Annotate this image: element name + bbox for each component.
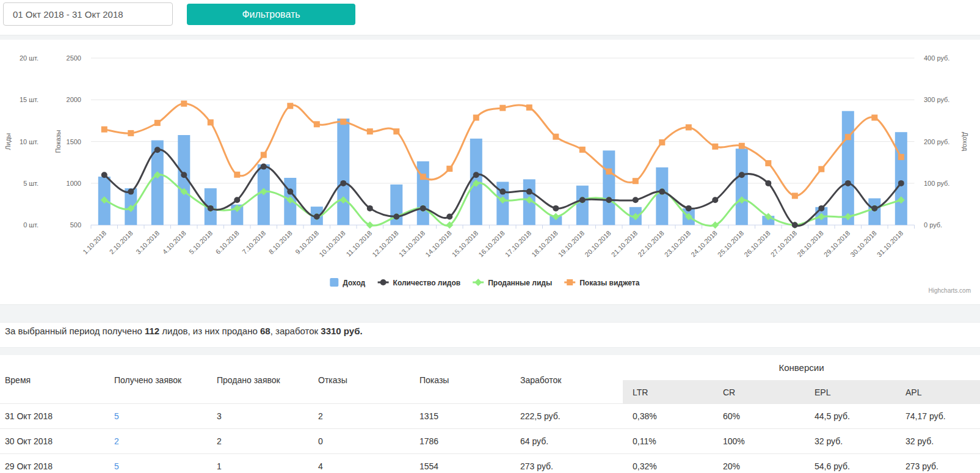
leads-received-marker[interactable] xyxy=(818,205,824,211)
leads-received-marker[interactable] xyxy=(845,180,851,186)
cell-shows: 1786 xyxy=(419,429,438,453)
leads-received-marker[interactable] xyxy=(579,197,586,203)
leads-received-marker[interactable] xyxy=(446,214,452,220)
summary-part: , заработок xyxy=(270,326,321,336)
widget-shows-marker[interactable] xyxy=(845,134,851,140)
leads-received-marker[interactable] xyxy=(420,205,426,211)
leads-received-marker[interactable] xyxy=(340,180,346,186)
widget-shows-marker[interactable] xyxy=(686,124,692,130)
leads-received-marker[interactable] xyxy=(234,197,240,203)
widget-shows-marker[interactable] xyxy=(526,105,532,111)
revenue-bar[interactable] xyxy=(576,186,589,226)
legend-item-revenue[interactable]: Доход xyxy=(343,279,365,287)
leads-received-marker[interactable] xyxy=(898,180,904,186)
x-axis-label: 12.10.2018 xyxy=(371,229,399,258)
x-axis-label: 13.10.2018 xyxy=(397,229,426,258)
leads-received-marker[interactable] xyxy=(765,180,771,186)
highcharts-credit-link[interactable]: Highcharts.com xyxy=(929,287,971,294)
revenue-bar[interactable] xyxy=(736,148,748,225)
widget-shows-marker[interactable] xyxy=(792,193,798,199)
revenue-bar[interactable] xyxy=(656,167,668,225)
widget-shows-marker[interactable] xyxy=(659,139,665,145)
widget-shows-marker[interactable] xyxy=(181,101,187,107)
leads-received-marker[interactable] xyxy=(871,205,877,211)
widget-shows-marker[interactable] xyxy=(712,144,718,150)
leads-received-marker[interactable] xyxy=(659,189,665,195)
widget-shows-marker[interactable] xyxy=(314,121,320,127)
cell-ltr: 0,32% xyxy=(633,454,657,473)
leads-received-marker[interactable] xyxy=(553,205,559,211)
leads-received-marker[interactable] xyxy=(526,189,532,195)
leads-axis-label: 20 шт. xyxy=(20,54,38,62)
leads-sold-marker[interactable] xyxy=(711,221,719,229)
widget-shows-marker[interactable] xyxy=(633,178,639,184)
leads-received-marker[interactable] xyxy=(287,189,293,195)
leads-received-marker[interactable] xyxy=(181,172,187,178)
widget-shows-marker[interactable] xyxy=(101,127,107,133)
cell-apl: 32 руб. xyxy=(906,429,934,453)
legend-item-leads-sold[interactable]: Проданные лиды xyxy=(488,279,552,287)
leads-received-marker[interactable] xyxy=(739,172,745,178)
leads-received-marker[interactable] xyxy=(101,172,107,178)
widget-shows-marker[interactable] xyxy=(739,143,745,149)
legend-marker-leads-received[interactable] xyxy=(380,279,387,285)
cell-shows: 1554 xyxy=(419,454,438,473)
widget-shows-marker[interactable] xyxy=(340,119,346,125)
legend-marker-revenue-icon[interactable] xyxy=(330,278,338,287)
cell-cr: 60% xyxy=(723,404,740,428)
widget-shows-marker[interactable] xyxy=(208,119,214,125)
widget-shows-marker[interactable] xyxy=(818,166,824,172)
leads-received-marker[interactable] xyxy=(154,147,161,153)
widget-shows-marker[interactable] xyxy=(606,169,612,175)
widget-shows-marker[interactable] xyxy=(128,130,134,136)
revenue-bar[interactable] xyxy=(895,132,907,225)
shows-axis-label: 2000 xyxy=(67,96,81,103)
x-axis-label: 1.10.2018 xyxy=(81,229,107,255)
leads-sold-marker[interactable] xyxy=(366,221,374,229)
widget-shows-marker[interactable] xyxy=(473,115,479,121)
widget-shows-marker[interactable] xyxy=(367,128,373,134)
legend-item-widget-shows[interactable]: Показы виджета xyxy=(579,279,639,287)
widget-shows-marker[interactable] xyxy=(287,103,293,109)
cell-cr: 100% xyxy=(723,429,745,453)
widget-shows-marker[interactable] xyxy=(446,166,452,172)
leads-received-marker[interactable] xyxy=(499,189,506,195)
revenue-bar[interactable] xyxy=(337,119,349,225)
leads-received-marker[interactable] xyxy=(261,164,267,170)
leads-received-marker[interactable] xyxy=(208,205,214,211)
widget-shows-marker[interactable] xyxy=(420,174,426,180)
leads-received-marker[interactable] xyxy=(367,205,373,211)
widget-shows-marker[interactable] xyxy=(499,105,506,111)
filter-button[interactable]: Фильтровать xyxy=(187,4,355,25)
widget-shows-marker[interactable] xyxy=(579,147,586,153)
column-header-ltr: LTR xyxy=(633,387,648,397)
widget-shows-marker[interactable] xyxy=(898,154,904,160)
widget-shows-marker[interactable] xyxy=(234,172,240,178)
revenue-bar[interactable] xyxy=(603,150,615,225)
received-leads-link[interactable]: 5 xyxy=(114,461,119,471)
widget-shows-marker[interactable] xyxy=(871,115,877,121)
legend-marker-leads-sold[interactable] xyxy=(474,279,482,286)
leads-received-marker[interactable] xyxy=(633,197,639,203)
revenue-bar[interactable] xyxy=(842,111,854,226)
cell-time: 30 Окт 2018 xyxy=(5,429,53,453)
leads-received-marker[interactable] xyxy=(686,205,692,211)
widget-shows-marker[interactable] xyxy=(393,128,399,134)
leads-received-marker[interactable] xyxy=(473,172,479,178)
leads-received-marker[interactable] xyxy=(712,197,718,203)
leads-received-marker[interactable] xyxy=(792,222,798,228)
received-leads-link[interactable]: 5 xyxy=(114,411,119,421)
date-range-input[interactable] xyxy=(3,2,173,26)
legend-item-leads-received[interactable]: Количество лидов xyxy=(393,279,461,287)
cell-epl: 44,5 руб. xyxy=(815,404,850,428)
received-leads-link[interactable]: 2 xyxy=(114,436,119,446)
widget-shows-marker[interactable] xyxy=(765,160,771,166)
leads-received-marker[interactable] xyxy=(606,197,612,203)
leads-received-marker[interactable] xyxy=(128,189,134,195)
legend-marker-widget-shows[interactable] xyxy=(567,279,573,285)
leads-received-marker[interactable] xyxy=(393,214,399,220)
widget-shows-marker[interactable] xyxy=(154,120,161,126)
leads-received-marker[interactable] xyxy=(314,214,320,220)
widget-shows-marker[interactable] xyxy=(261,152,267,158)
widget-shows-marker[interactable] xyxy=(553,134,559,140)
